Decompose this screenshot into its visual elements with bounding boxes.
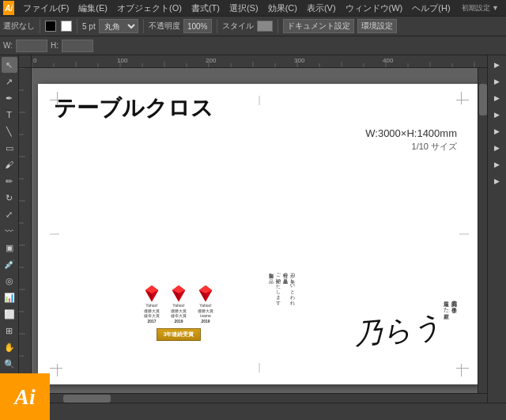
type-tool[interactable]: T <box>2 107 17 123</box>
right-panel-icon-3[interactable]: ▶ <box>489 90 505 106</box>
toolbar-separator-4 <box>217 19 217 33</box>
dimensions-text: W:3000×H:1400mm <box>365 127 457 139</box>
crop-mark-tr-v <box>461 92 462 104</box>
w-input[interactable] <box>16 40 47 52</box>
style-label: スタイル <box>222 21 254 32</box>
scale-tool[interactable]: ⤢ <box>2 206 17 222</box>
h-input[interactable] <box>62 40 93 52</box>
award-banner: 3年連続受賞 <box>157 328 202 341</box>
menu-effect[interactable]: 効果(C) <box>264 2 301 15</box>
workspace-label[interactable]: 初期設定 ▼ <box>458 2 503 14</box>
canvas-area[interactable]: 0 100 200 300 400 <box>19 55 487 403</box>
right-panel-icon-5[interactable]: ▶ <box>489 123 505 139</box>
doc-settings-button[interactable]: ドキュメント設定 <box>283 19 354 33</box>
blend-tool[interactable]: ◎ <box>2 273 17 289</box>
menu-edit[interactable]: 編集(E) <box>74 2 111 15</box>
w-label: W: <box>3 41 13 50</box>
selection-tool[interactable]: ↖ <box>2 57 17 73</box>
svg-text:400: 400 <box>383 57 394 64</box>
env-settings-button[interactable]: 環境設定 <box>357 19 397 33</box>
menu-select[interactable]: 選択(S) <box>225 2 262 15</box>
award-icons-row: Yahoo! 優勝大賞 健幸大賞 2017 <box>141 284 217 324</box>
slice-tool[interactable]: ⊞ <box>2 323 17 339</box>
vertical-scrollbar[interactable] <box>478 68 487 393</box>
svg-text:100: 100 <box>117 57 128 64</box>
ruler-left: 100 <box>19 68 32 403</box>
rotate-tool[interactable]: ↻ <box>2 190 17 206</box>
toolbar-separator-5 <box>278 19 278 33</box>
right-panel-icon-7[interactable]: ▶ <box>489 157 505 172</box>
style-swatch[interactable] <box>257 21 273 32</box>
crop-mark-tr-h <box>456 100 469 100</box>
menu-object[interactable]: オブジェクト(O) <box>113 2 186 15</box>
crop-mark-mb <box>259 363 260 373</box>
right-panel-icon-2[interactable]: ▶ <box>489 74 505 89</box>
toolbar-separator-3 <box>143 19 144 33</box>
ruler-corner <box>19 55 32 68</box>
menu-view[interactable]: 表示(V) <box>303 2 340 15</box>
right-panel-icon-1[interactable]: ▶ <box>489 57 505 73</box>
status-bar: 選択 ▶ <box>0 403 506 420</box>
ai-app-logo: Ai <box>0 373 50 420</box>
selection-label: 選択なし <box>3 21 35 32</box>
right-panel-icon-6[interactable]: ▶ <box>489 140 505 156</box>
fill-swatch[interactable] <box>45 21 56 32</box>
crop-mark-mt <box>259 96 260 105</box>
artboard-tool[interactable]: ⬜ <box>2 306 17 322</box>
crop-mark-mr <box>459 234 469 235</box>
hand-tool[interactable]: ✋ <box>2 339 17 355</box>
document-title: テーブルクロス <box>54 93 213 123</box>
main-toolbar: 選択なし 5 pt 丸角 不透明度 スタイル ドキュメント設定 環境設定 <box>0 16 506 36</box>
diamond-icon-3 <box>194 284 217 303</box>
scale-text: 1/10 サイズ <box>412 141 457 153</box>
pencil-tool[interactable]: ✏ <box>2 173 17 189</box>
stroke-type-select[interactable]: 丸角 <box>99 19 138 33</box>
menu-help[interactable]: ヘルプ(H) <box>408 2 454 15</box>
direct-selection-tool[interactable]: ↗ <box>2 74 17 89</box>
crop-mark-bl-h <box>50 368 62 369</box>
horizontal-scrollbar[interactable] <box>32 393 487 403</box>
menu-window[interactable]: ウィンドウ(W) <box>342 2 407 15</box>
award-section: Yahoo! 優勝大賞 健幸大賞 2017 <box>141 284 217 341</box>
menu-type[interactable]: 書式(T) <box>187 2 224 15</box>
zoom-tool[interactable]: 🔍 <box>2 356 17 372</box>
main-layout: ↖ ↗ ✒ T ╲ ▭ 🖌 ✏ ↻ ⤢ 〰 ▣ 💉 ◎ 📊 ⬜ ⊞ ✋ 🔍 <box>0 55 506 403</box>
menu-file[interactable]: ファイル(F) <box>19 2 73 15</box>
hscroll-thumb[interactable] <box>63 395 111 403</box>
right-panel-icon-4[interactable]: ▶ <box>489 107 505 123</box>
diamond-icon-2 <box>168 284 190 303</box>
right-panel-icon-8[interactable]: ▶ <box>489 173 505 189</box>
crop-mark-br-v <box>461 364 462 376</box>
award-item-3: Yahoo! 優勝大賞 isame 2019 <box>194 284 217 324</box>
gradient-tool[interactable]: ▣ <box>2 240 17 255</box>
opacity-label: 不透明度 <box>149 21 180 32</box>
line-tool[interactable]: ╲ <box>2 123 17 139</box>
vscroll-thumb[interactable] <box>479 84 487 115</box>
ruler-top: 0 100 200 300 400 <box>32 55 487 68</box>
stroke-swatch[interactable] <box>61 21 72 32</box>
calligraphy-main: 乃らう <box>353 312 443 348</box>
option-bar: W: H: <box>0 36 506 55</box>
crop-mark-br-h <box>456 368 469 369</box>
graph-tool[interactable]: 📊 <box>2 289 17 305</box>
stroke-width-label: 5 pt <box>82 22 96 31</box>
right-tool-panel: ▶ ▶ ▶ ▶ ▶ ▶ ▶ ▶ <box>487 55 506 403</box>
award-item-2: Yahoo! 優勝大賞 健幸大賞 2019 <box>168 284 190 324</box>
rect-tool[interactable]: ▭ <box>2 140 17 156</box>
artboard-container[interactable]: テーブルクロス W:3000×H:1400mm 1/10 サイズ <box>32 68 487 403</box>
artboard: テーブルクロス W:3000×H:1400mm 1/10 サイズ <box>38 84 481 384</box>
toolbar-separator-2 <box>77 19 77 33</box>
svg-text:0: 0 <box>33 57 37 64</box>
warp-tool[interactable]: 〰 <box>2 223 17 239</box>
svg-text:300: 300 <box>294 57 305 64</box>
paintbrush-tool[interactable]: 🖌 <box>2 157 17 172</box>
crop-mark-ml <box>50 234 59 235</box>
toolbar-separator-1 <box>40 19 40 33</box>
crop-mark-bl-v <box>57 364 58 376</box>
opacity-input[interactable] <box>183 19 212 33</box>
left-tool-panel: ↖ ↗ ✒ T ╲ ▭ 🖌 ✏ ↻ ⤢ 〰 ▣ 💉 ◎ 📊 ⬜ ⊞ ✋ 🔍 <box>0 55 19 403</box>
menu-bar: Ai ファイル(F) 編集(E) オブジェクト(O) 書式(T) 選択(S) 効… <box>0 0 506 16</box>
calligraphy-subtitle: 高品質の手仕事厳選した素材 <box>441 297 457 309</box>
eyedropper-tool[interactable]: 💉 <box>2 256 17 272</box>
pen-tool[interactable]: ✒ <box>2 90 17 106</box>
